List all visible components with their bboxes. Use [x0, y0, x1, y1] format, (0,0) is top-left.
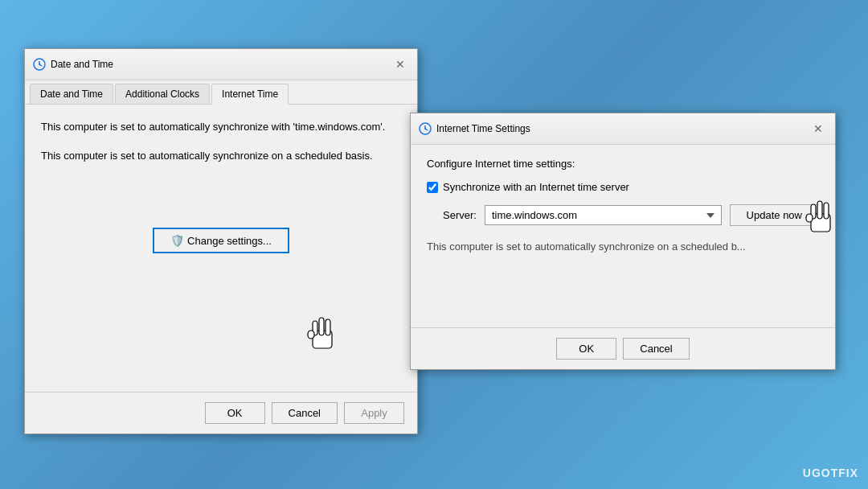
internet-clock-icon [419, 122, 432, 135]
cancel-button-2[interactable]: Cancel [623, 338, 689, 360]
sync-label[interactable]: Synchronize with an Internet time server [443, 181, 629, 193]
internet-time-title-bar: Internet Time Settings ✕ [411, 113, 835, 145]
tab-additional-clocks[interactable]: Additional Clocks [115, 84, 210, 104]
apply-button[interactable]: Apply [344, 402, 404, 424]
svg-rect-8 [308, 331, 314, 339]
date-time-window: Date and Time ✕ Date and Time Additional… [24, 48, 418, 434]
internet-time-close-button[interactable]: ✕ [809, 120, 827, 138]
svg-rect-7 [326, 319, 330, 335]
svg-point-12 [424, 128, 426, 129]
clock-icon [33, 58, 46, 71]
info-text-1: This computer is set to automatically sy… [41, 119, 401, 135]
date-time-window-title: Date and Time [51, 59, 387, 70]
svg-rect-16 [824, 203, 829, 219]
svg-rect-4 [313, 331, 332, 348]
date-time-close-button[interactable]: ✕ [391, 55, 409, 73]
configure-label: Configure Internet time settings: [427, 158, 819, 170]
server-select[interactable]: time.windows.com time.nist.gov pool.ntp.… [485, 205, 722, 225]
internet-time-window-title: Internet Time Settings [436, 123, 805, 134]
ok-button-1[interactable]: OK [205, 402, 265, 424]
cancel-button-1[interactable]: Cancel [272, 402, 338, 424]
tab-date-time[interactable]: Date and Time [30, 84, 113, 104]
info-text-2: This computer is set to automatically sy… [41, 148, 401, 164]
change-settings-label: Change settings... [187, 235, 272, 247]
sync-checkbox[interactable] [427, 182, 438, 193]
sync-checkbox-row: Synchronize with an Internet time server [427, 181, 819, 193]
server-label: Server: [443, 209, 477, 221]
shield-icon: 🛡️ [170, 234, 184, 247]
date-time-title-bar: Date and Time ✕ [25, 49, 417, 80]
internet-time-footer: OK Cancel [411, 327, 835, 369]
cursor-hand-1 [306, 314, 338, 357]
server-row: Server: time.windows.com time.nist.gov p… [427, 204, 819, 226]
tab-internet-time[interactable]: Internet Time [211, 84, 289, 105]
date-time-content: This computer is set to automatically sy… [25, 105, 417, 268]
watermark: UGOTFIX [803, 466, 858, 479]
tab-bar: Date and Time Additional Clocks Internet… [25, 80, 417, 105]
update-now-button[interactable]: Update now [730, 204, 819, 226]
svg-point-3 [39, 64, 40, 65]
change-settings-button[interactable]: 🛡️ Change settings... [153, 228, 289, 253]
internet-time-window: Internet Time Settings ✕ Configure Inter… [410, 113, 836, 370]
internet-time-body: Configure Internet time settings: Synchr… [411, 145, 835, 284]
svg-rect-5 [313, 321, 317, 335]
ok-button-2[interactable]: OK [556, 338, 616, 360]
scheduled-text: This computer is set to automatically sy… [427, 239, 819, 255]
svg-rect-6 [319, 318, 324, 335]
date-time-footer: OK Cancel Apply [25, 392, 417, 434]
